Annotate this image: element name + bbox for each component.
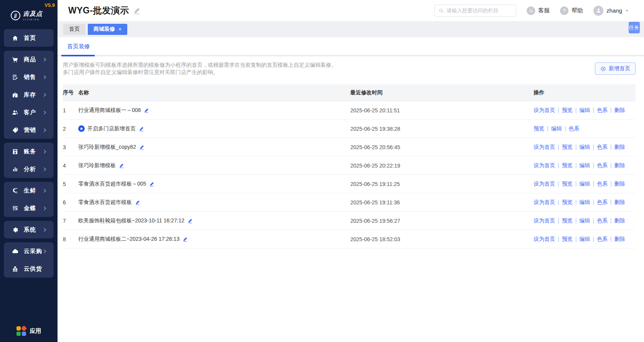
action-separator: | — [610, 199, 612, 205]
delete-link[interactable]: 删除 — [614, 236, 625, 242]
add-homepage-button[interactable]: 新增首页 — [595, 62, 636, 75]
set-as-home-link[interactable]: 设为首页 — [534, 199, 555, 205]
set-as-home-link[interactable]: 设为首页 — [534, 181, 555, 187]
tag-icon — [12, 127, 18, 133]
row-index: 6 — [63, 199, 78, 206]
edit-title-icon[interactable] — [133, 7, 141, 15]
delete-link[interactable]: 删除 — [614, 144, 625, 150]
template-name-cell: 零食酒水百货超市模板 — [78, 199, 350, 206]
edit-name-icon[interactable] — [139, 126, 144, 132]
sidebar-item-label: 金蝶 — [24, 205, 36, 212]
action-separator: | — [558, 181, 559, 187]
sidebar-item-inventory[interactable]: 库存 — [4, 86, 54, 104]
help-button[interactable]: ? 帮助 — [560, 7, 583, 15]
delete-link[interactable]: 删除 — [614, 162, 625, 168]
chevron-right-icon — [43, 128, 47, 132]
preview-link[interactable]: 预览 — [562, 107, 573, 113]
subtab-homepage-decoration[interactable]: 首页装修 — [67, 43, 90, 55]
edit-name-icon[interactable] — [119, 163, 124, 168]
set-as-home-link[interactable]: 设为首页 — [534, 236, 555, 242]
sidebar-item-kingdee[interactable]: 金蝶 — [4, 199, 54, 217]
action-separator: | — [558, 162, 559, 168]
edit-link[interactable]: 编辑 — [579, 144, 590, 150]
set-as-home-link[interactable]: 设为首页 — [534, 107, 555, 113]
preview-link[interactable]: 预览 — [562, 162, 573, 168]
sidebar-item-finance[interactable]: 账务 — [4, 143, 54, 160]
sidebar-item-sales[interactable]: 销售 — [4, 68, 54, 86]
task-badge[interactable]: 任务 — [629, 22, 640, 33]
set-as-home-link[interactable]: 设为首页 — [534, 144, 555, 150]
action-separator: | — [610, 107, 612, 113]
edit-name-icon[interactable] — [139, 145, 145, 150]
action-separator: | — [593, 107, 594, 113]
fresh-icon — [12, 187, 18, 194]
color-scheme-link[interactable]: 色系 — [597, 236, 608, 242]
search-input[interactable] — [447, 8, 514, 13]
user-menu[interactable]: zhang ▾ — [593, 6, 628, 16]
edit-link[interactable]: 编辑 — [579, 217, 590, 224]
preview-link[interactable]: 预览 — [562, 236, 573, 242]
home-icon — [12, 35, 18, 41]
sidebar-item-marketing[interactable]: 营销 — [4, 121, 54, 139]
edit-link[interactable]: 编辑 — [579, 181, 590, 187]
chevron-right-icon — [43, 249, 47, 253]
chevron-right-icon — [43, 93, 47, 97]
chevron-down-icon: ▾ — [626, 8, 628, 13]
template-name-cell: 零食酒水百货超市模板～005 — [78, 181, 350, 187]
color-scheme-link[interactable]: 色系 — [597, 107, 608, 113]
edit-link[interactable]: 编辑 — [579, 107, 590, 113]
preview-link[interactable]: 预览 — [562, 181, 573, 187]
sidebar-nav: 首页商品销售库存客户营销账务分析生鲜金蝶系统云采购云供货 — [0, 25, 58, 278]
sidebar-item-cloud-purchase[interactable]: 云采购 — [4, 242, 54, 260]
delete-link[interactable]: 删除 — [614, 217, 625, 224]
set-as-home-link[interactable]: 设为首页 — [534, 162, 555, 168]
edit-name-icon[interactable] — [149, 181, 154, 187]
edit-name-icon[interactable] — [182, 237, 188, 242]
table-body: 1行业通用商城模板一～0082025-06-25 20:11:51设为首页|预览… — [63, 101, 636, 248]
sidebar-item-goods[interactable]: 商品 — [4, 51, 54, 68]
edit-name-icon[interactable] — [187, 218, 193, 224]
tab-home[interactable]: 首页 — [63, 24, 85, 35]
template-name-cell: 张巧玲新增模板 — [78, 162, 350, 169]
edit-link[interactable]: 编辑 — [579, 199, 590, 205]
sidebar-item-apps[interactable]: 应用 — [0, 326, 58, 336]
color-scheme-link[interactable]: 色系 — [568, 125, 579, 132]
preview-link[interactable]: 预览 — [562, 217, 573, 224]
action-separator: | — [575, 217, 577, 224]
preview-link[interactable]: 预览 — [562, 199, 573, 205]
edit-link[interactable]: 编辑 — [579, 162, 590, 168]
column-header: 最近修改时间 — [350, 89, 534, 96]
edit-name-icon[interactable] — [135, 200, 140, 205]
edit-name-icon[interactable] — [144, 108, 149, 113]
sidebar-item-cloud-supply[interactable]: 云供货 — [4, 260, 54, 278]
preview-link[interactable]: 预览 — [562, 144, 573, 150]
delete-link[interactable]: 删除 — [614, 181, 625, 187]
close-icon[interactable]: × — [118, 26, 122, 32]
template-name: 行业通用商城模板一～008 — [78, 107, 141, 114]
chevron-right-icon — [43, 167, 47, 171]
color-scheme-link[interactable]: 色系 — [597, 181, 608, 187]
color-scheme-link[interactable]: 色系 — [597, 144, 608, 150]
sidebar-item-system[interactable]: 系统 — [4, 221, 54, 238]
boxes-icon — [12, 266, 18, 272]
sidebar-item-fresh[interactable]: 生鲜 — [4, 182, 54, 199]
tab-mall-decoration[interactable]: 商城装修× — [88, 24, 127, 35]
chevron-right-icon — [43, 189, 47, 193]
preview-link[interactable]: 预览 — [534, 125, 544, 132]
customer-service-button[interactable]: 客服 — [527, 7, 550, 15]
delete-link[interactable]: 删除 — [614, 107, 625, 113]
sidebar-item-customers[interactable]: 客户 — [4, 104, 54, 121]
set-as-home-link[interactable]: 设为首页 — [534, 217, 555, 224]
table-row: 1行业通用商城模板一～0082025-06-25 20:11:51设为首页|预览… — [63, 101, 636, 120]
delete-link[interactable]: 删除 — [614, 199, 625, 205]
actions-cell: 设为首页|预览|编辑|色系|删除 — [534, 217, 636, 224]
edit-link[interactable]: 编辑 — [551, 125, 562, 132]
color-scheme-link[interactable]: 色系 — [597, 162, 608, 168]
sidebar-item-label: 营销 — [24, 127, 36, 134]
sidebar-item-analytics[interactable]: 分析 — [4, 160, 54, 178]
color-scheme-link[interactable]: 色系 — [597, 199, 608, 205]
template-name-cell: 欧美服饰鞋靴箱包模板~2023-10-11 16:27:12 — [78, 217, 350, 224]
color-scheme-link[interactable]: 色系 — [597, 217, 608, 224]
sidebar-item-home[interactable]: 首页 — [4, 29, 54, 47]
edit-link[interactable]: 编辑 — [579, 236, 590, 242]
